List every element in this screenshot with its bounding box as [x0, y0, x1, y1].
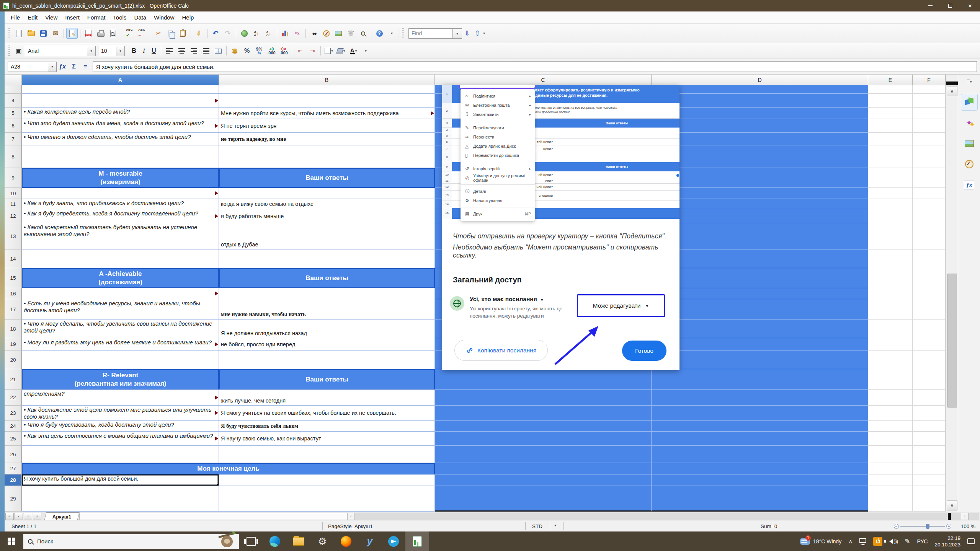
align-left-icon[interactable] [163, 46, 175, 56]
start-button[interactable] [0, 531, 23, 551]
cell-reference-box[interactable]: A28 ▾ [8, 62, 57, 72]
copy-link-button[interactable]: Копіювати посилання [454, 340, 548, 361]
styles-panel-icon[interactable]: ▣ [13, 46, 24, 56]
cell-E13[interactable] [868, 223, 913, 249]
row-header-6[interactable]: 6 [5, 119, 22, 133]
row-header-9[interactable]: 9 [5, 168, 22, 188]
cell-E20[interactable] [868, 350, 913, 369]
cell-C24[interactable] [435, 421, 652, 432]
help-icon[interactable]: ? [374, 28, 385, 39]
cell-E18[interactable] [868, 320, 913, 338]
cell-D28[interactable] [652, 474, 868, 486]
cell-E9[interactable] [868, 168, 913, 188]
navigator-icon[interactable] [961, 156, 978, 173]
cell-F7[interactable] [913, 133, 946, 145]
cell-B4[interactable] [219, 94, 435, 108]
cell-B13[interactable]: отдых в Дубае [219, 223, 435, 249]
cell-D15[interactable] [652, 268, 868, 288]
export-pdf-icon[interactable] [83, 28, 94, 39]
cell-A16[interactable] [22, 288, 219, 299]
cell-F26[interactable] [913, 446, 946, 463]
menu-tools[interactable]: Tools [109, 13, 130, 22]
language-indicator[interactable]: РУС [917, 538, 928, 544]
toolbar-grip[interactable] [8, 28, 10, 39]
copy-icon[interactable] [165, 28, 176, 39]
cell-D10[interactable] [652, 188, 868, 199]
cell-D19[interactable] [652, 338, 868, 350]
insert-chart-icon[interactable] [279, 28, 291, 39]
cell-F14[interactable] [913, 249, 946, 268]
bold-button[interactable]: B [129, 46, 139, 56]
gmenu-item-details[interactable]: ⓘДеталі [461, 187, 535, 196]
section-header-a[interactable]: M - mesurable(измеримая) [22, 168, 219, 188]
cell-A24[interactable]: • Что я буду чувствовать, когда достигну… [22, 421, 219, 432]
cell-A14[interactable] [22, 249, 219, 268]
zoom-out-icon[interactable]: − [894, 524, 899, 529]
vertical-scrollbar[interactable]: ∧ ∨ [946, 75, 958, 512]
cell-B5[interactable]: Мне нужно пройти все курсы, чтобы иметь … [219, 108, 435, 119]
cell-D25[interactable] [652, 432, 868, 446]
cell-B26[interactable] [219, 446, 435, 463]
row-header-26[interactable]: 26 [5, 446, 22, 463]
cell-F10[interactable] [913, 188, 946, 199]
zoom-icon[interactable] [357, 28, 369, 39]
hyperlink-icon[interactable] [238, 28, 250, 39]
cell-F24[interactable] [913, 421, 946, 432]
menu-data[interactable]: Data [130, 13, 150, 22]
background-color-icon[interactable]: ▾ [335, 46, 347, 56]
zoom-thumb[interactable] [926, 524, 929, 529]
gmenu-item-version-history[interactable]: ↺Історія версій▸ [461, 164, 535, 173]
cell-E4[interactable] [868, 94, 913, 108]
cell-A26[interactable] [22, 446, 219, 463]
cell-E26[interactable] [868, 446, 913, 463]
open-icon[interactable] [25, 28, 37, 39]
gallery-icon[interactable] [961, 135, 978, 152]
column-header-E[interactable]: E [868, 75, 913, 85]
section-header-answers[interactable]: Ваши ответы [219, 168, 435, 188]
zoom-percent[interactable]: 100 % [961, 520, 975, 532]
italic-button[interactable]: I [139, 46, 149, 56]
menu-help[interactable]: Help [178, 13, 198, 22]
gallery-icon[interactable] [333, 28, 344, 39]
underline-button[interactable]: U [149, 46, 159, 56]
sidebar-settings-icon[interactable]: ≡▾ [958, 75, 980, 85]
cell-B14[interactable] [219, 249, 435, 268]
previous-sheet-icon[interactable]: ‹ [15, 513, 23, 520]
properties-icon[interactable] [961, 94, 978, 111]
taskbar-search-box[interactable]: Поиск [23, 534, 239, 549]
cell-A3[interactable] [22, 85, 219, 94]
power-manager-icon[interactable] [873, 537, 882, 546]
find-previous-icon[interactable]: ⇧ [475, 29, 480, 37]
align-center-icon[interactable] [176, 46, 187, 56]
openoffice-calc-taskbar-icon[interactable] [405, 531, 429, 551]
access-scope-dropdown[interactable]: Усі, хто має посилання▼ [470, 296, 544, 303]
horizontal-scroll-thumb[interactable] [79, 513, 347, 520]
cell-E12[interactable] [868, 209, 913, 223]
cell-D17[interactable] [652, 299, 868, 320]
sum-status[interactable]: Sum=0 [761, 520, 777, 532]
next-sheet-icon[interactable]: › [24, 513, 32, 520]
cell-D9[interactable] [652, 168, 868, 188]
gmenu-item-settings[interactable]: ⚙Налаштування [461, 196, 535, 205]
functions-icon[interactable]: ƒx [961, 176, 978, 193]
cell-C28[interactable] [435, 474, 652, 486]
section-header-answers[interactable]: Ваши ответы [219, 268, 435, 288]
zoom-slider[interactable]: − + [894, 523, 951, 529]
autospellcheck-icon[interactable]: ABC~ [136, 28, 147, 39]
menu-file[interactable]: File [7, 13, 24, 22]
redo-icon[interactable]: ↷ [222, 28, 234, 39]
row-header-14[interactable]: 14 [5, 249, 22, 268]
cell-B6[interactable]: Я не терял время зря [219, 119, 435, 133]
row-header-12[interactable]: 12 [5, 209, 22, 223]
cell-F19[interactable] [913, 338, 946, 350]
gmenu-item-move[interactable]: ⇨Перенести [461, 132, 535, 142]
cell-A8[interactable] [22, 145, 219, 168]
gmenu-item-share-person[interactable]: ○Поділитися▸ [461, 91, 535, 101]
cell-B19[interactable]: не бойся, просто иди вперед [219, 338, 435, 350]
format-paintbrush-icon[interactable]: ✐ [193, 28, 205, 39]
show-draw-functions-icon[interactable]: ✎ [292, 28, 303, 39]
cell-E6[interactable] [868, 119, 913, 133]
cell-B10[interactable] [219, 188, 435, 199]
row-header-21[interactable]: 21 [5, 369, 22, 390]
explorer-icon[interactable] [287, 531, 310, 551]
